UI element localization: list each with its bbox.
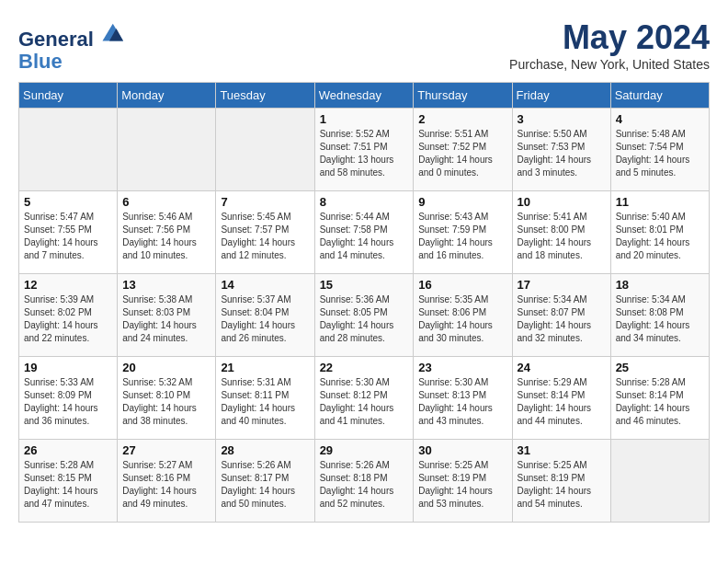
calendar-cell: 5Sunrise: 5:47 AM Sunset: 7:55 PM Daylig… (19, 191, 118, 274)
calendar-cell: 30Sunrise: 5:25 AM Sunset: 8:19 PM Dayli… (414, 440, 512, 523)
day-number: 2 (418, 112, 506, 126)
weekday-header-wednesday: Wednesday (314, 83, 414, 109)
calendar-cell: 24Sunrise: 5:29 AM Sunset: 8:14 PM Dayli… (512, 357, 610, 440)
weekday-header-sunday: Sunday (19, 83, 118, 109)
day-info: Sunrise: 5:35 AM Sunset: 8:06 PM Dayligh… (418, 293, 506, 345)
day-number: 24 (518, 361, 606, 374)
day-number: 4 (616, 112, 704, 126)
day-info: Sunrise: 5:26 AM Sunset: 8:18 PM Dayligh… (320, 459, 409, 511)
calendar-cell: 4Sunrise: 5:48 AM Sunset: 7:54 PM Daylig… (610, 109, 709, 191)
day-info: Sunrise: 5:51 AM Sunset: 7:52 PM Dayligh… (418, 128, 506, 179)
day-info: Sunrise: 5:36 AM Sunset: 8:05 PM Dayligh… (320, 293, 409, 345)
day-info: Sunrise: 5:52 AM Sunset: 7:51 PM Dayligh… (320, 128, 409, 179)
day-info: Sunrise: 5:27 AM Sunset: 8:16 PM Dayligh… (122, 459, 210, 511)
weekday-header-tuesday: Tuesday (216, 83, 314, 109)
page-header: General Blue May 2024 Purchase, New York… (18, 18, 710, 73)
logo-text: General Blue (18, 18, 123, 73)
location-subtitle: Purchase, New York, United States (509, 57, 710, 72)
weekday-header-saturday: Saturday (610, 83, 709, 109)
day-info: Sunrise: 5:45 AM Sunset: 7:57 PM Dayligh… (221, 211, 309, 262)
calendar-cell: 6Sunrise: 5:46 AM Sunset: 7:56 PM Daylig… (118, 191, 216, 274)
day-number: 6 (122, 195, 210, 209)
logo: General Blue (18, 18, 123, 73)
calendar-cell: 21Sunrise: 5:31 AM Sunset: 8:11 PM Dayli… (216, 357, 314, 440)
calendar-cell: 23Sunrise: 5:30 AM Sunset: 8:13 PM Dayli… (414, 357, 512, 440)
calendar-cell: 9Sunrise: 5:43 AM Sunset: 7:59 PM Daylig… (414, 191, 512, 274)
day-number: 3 (518, 112, 606, 126)
calendar-cell: 2Sunrise: 5:51 AM Sunset: 7:52 PM Daylig… (414, 109, 512, 191)
day-info: Sunrise: 5:50 AM Sunset: 7:53 PM Dayligh… (518, 128, 606, 179)
calendar-cell: 29Sunrise: 5:26 AM Sunset: 8:18 PM Dayli… (314, 440, 414, 523)
day-info: Sunrise: 5:34 AM Sunset: 8:08 PM Dayligh… (616, 293, 704, 345)
calendar-cell: 3Sunrise: 5:50 AM Sunset: 7:53 PM Daylig… (512, 109, 610, 191)
day-info: Sunrise: 5:30 AM Sunset: 8:13 PM Dayligh… (418, 376, 506, 428)
day-number: 8 (320, 195, 409, 209)
day-number: 27 (122, 443, 210, 457)
day-number: 29 (320, 443, 409, 457)
day-number: 1 (320, 112, 409, 126)
day-info: Sunrise: 5:46 AM Sunset: 7:56 PM Dayligh… (122, 211, 210, 262)
weekday-header-friday: Friday (512, 83, 610, 109)
day-info: Sunrise: 5:39 AM Sunset: 8:02 PM Dayligh… (24, 293, 112, 345)
weekday-header-monday: Monday (118, 83, 216, 109)
day-info: Sunrise: 5:41 AM Sunset: 8:00 PM Dayligh… (518, 211, 606, 262)
calendar-cell: 22Sunrise: 5:30 AM Sunset: 8:12 PM Dayli… (314, 357, 414, 440)
calendar-cell: 25Sunrise: 5:28 AM Sunset: 8:14 PM Dayli… (610, 357, 709, 440)
day-number: 18 (616, 278, 704, 292)
calendar-cell (19, 109, 118, 191)
day-number: 14 (221, 278, 309, 292)
calendar-cell: 19Sunrise: 5:33 AM Sunset: 8:09 PM Dayli… (19, 357, 118, 440)
calendar-cell: 1Sunrise: 5:52 AM Sunset: 7:51 PM Daylig… (314, 109, 414, 191)
day-info: Sunrise: 5:34 AM Sunset: 8:07 PM Dayligh… (518, 293, 606, 345)
day-info: Sunrise: 5:31 AM Sunset: 8:11 PM Dayligh… (221, 376, 309, 428)
day-info: Sunrise: 5:44 AM Sunset: 7:58 PM Dayligh… (320, 211, 409, 262)
day-info: Sunrise: 5:33 AM Sunset: 8:09 PM Dayligh… (24, 376, 112, 428)
calendar-cell: 11Sunrise: 5:40 AM Sunset: 8:01 PM Dayli… (610, 191, 709, 274)
weekday-header-thursday: Thursday (414, 83, 512, 109)
calendar-cell (216, 109, 314, 191)
day-number: 11 (616, 195, 704, 209)
day-info: Sunrise: 5:30 AM Sunset: 8:12 PM Dayligh… (320, 376, 409, 428)
calendar-cell: 16Sunrise: 5:35 AM Sunset: 8:06 PM Dayli… (414, 274, 512, 357)
day-number: 12 (24, 278, 112, 292)
day-number: 16 (418, 278, 506, 292)
calendar-cell: 7Sunrise: 5:45 AM Sunset: 7:57 PM Daylig… (216, 191, 314, 274)
day-number: 25 (616, 361, 704, 374)
day-info: Sunrise: 5:29 AM Sunset: 8:14 PM Dayligh… (518, 376, 606, 428)
day-info: Sunrise: 5:32 AM Sunset: 8:10 PM Dayligh… (122, 376, 210, 428)
day-number: 10 (518, 195, 606, 209)
day-number: 26 (24, 443, 112, 457)
calendar-cell: 13Sunrise: 5:38 AM Sunset: 8:03 PM Dayli… (118, 274, 216, 357)
calendar-cell: 31Sunrise: 5:25 AM Sunset: 8:19 PM Dayli… (512, 440, 610, 523)
day-number: 31 (518, 443, 606, 457)
day-number: 19 (24, 361, 112, 374)
day-number: 15 (320, 278, 409, 292)
calendar-cell: 26Sunrise: 5:28 AM Sunset: 8:15 PM Dayli… (19, 440, 118, 523)
calendar-cell: 10Sunrise: 5:41 AM Sunset: 8:00 PM Dayli… (512, 191, 610, 274)
day-info: Sunrise: 5:43 AM Sunset: 7:59 PM Dayligh… (418, 211, 506, 262)
day-info: Sunrise: 5:28 AM Sunset: 8:14 PM Dayligh… (616, 376, 704, 428)
day-number: 13 (122, 278, 210, 292)
day-info: Sunrise: 5:37 AM Sunset: 8:04 PM Dayligh… (221, 293, 309, 345)
day-info: Sunrise: 5:40 AM Sunset: 8:01 PM Dayligh… (616, 211, 704, 262)
day-info: Sunrise: 5:38 AM Sunset: 8:03 PM Dayligh… (122, 293, 210, 345)
calendar-table: SundayMondayTuesdayWednesdayThursdayFrid… (18, 82, 710, 523)
day-number: 9 (418, 195, 506, 209)
month-title: May 2024 (509, 18, 710, 57)
day-number: 20 (122, 361, 210, 374)
day-info: Sunrise: 5:26 AM Sunset: 8:17 PM Dayligh… (221, 459, 309, 511)
day-number: 22 (320, 361, 409, 374)
title-block: May 2024 Purchase, New York, United Stat… (509, 18, 710, 72)
day-info: Sunrise: 5:48 AM Sunset: 7:54 PM Dayligh… (616, 128, 704, 179)
day-number: 5 (24, 195, 112, 209)
day-number: 23 (418, 361, 506, 374)
calendar-cell (118, 109, 216, 191)
calendar-cell: 8Sunrise: 5:44 AM Sunset: 7:58 PM Daylig… (314, 191, 414, 274)
calendar-cell: 20Sunrise: 5:32 AM Sunset: 8:10 PM Dayli… (118, 357, 216, 440)
calendar-cell: 18Sunrise: 5:34 AM Sunset: 8:08 PM Dayli… (610, 274, 709, 357)
calendar-cell: 15Sunrise: 5:36 AM Sunset: 8:05 PM Dayli… (314, 274, 414, 357)
day-info: Sunrise: 5:47 AM Sunset: 7:55 PM Dayligh… (24, 211, 112, 262)
calendar-cell: 17Sunrise: 5:34 AM Sunset: 8:07 PM Dayli… (512, 274, 610, 357)
day-info: Sunrise: 5:25 AM Sunset: 8:19 PM Dayligh… (418, 459, 506, 511)
calendar-cell: 12Sunrise: 5:39 AM Sunset: 8:02 PM Dayli… (19, 274, 118, 357)
